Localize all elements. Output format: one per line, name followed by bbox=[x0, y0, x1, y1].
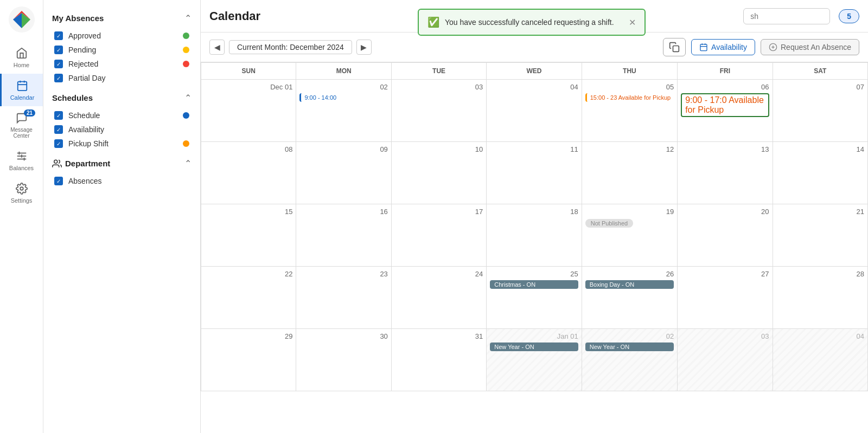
gear-icon bbox=[15, 182, 28, 195]
sidebar-item-pending[interactable]: Pending bbox=[52, 43, 192, 57]
prev-month-button[interactable]: ◀ bbox=[209, 40, 225, 55]
department-chevron[interactable]: ⌃ bbox=[184, 158, 192, 169]
cell-date: 05 bbox=[585, 83, 674, 91]
calendar-cell[interactable]: 19Not Published bbox=[582, 204, 678, 267]
calendar-cell[interactable]: 27 bbox=[678, 267, 773, 329]
calendar-cell[interactable]: 12 bbox=[582, 142, 678, 204]
calendar-right-controls: Availability Request An Absence bbox=[663, 38, 859, 56]
calendar-cell[interactable]: 04 bbox=[487, 80, 582, 142]
calendar-event[interactable]: 9:00 - 14:00 bbox=[299, 93, 387, 102]
nav-label-message-center: MessageCenter bbox=[10, 127, 33, 139]
nav-item-calendar[interactable]: Calendar bbox=[0, 74, 43, 106]
calendar-cell[interactable]: 04 bbox=[773, 329, 868, 391]
calendar-cell[interactable]: 26Boxing Day - ON bbox=[582, 267, 678, 329]
calendar-cell[interactable]: 31 bbox=[392, 329, 487, 391]
sidebar-item-pickup-shift[interactable]: Pickup Shift bbox=[52, 137, 192, 151]
calendar-cell[interactable]: 03 bbox=[392, 80, 487, 142]
calendar-cell[interactable]: 18 bbox=[487, 204, 582, 267]
cell-date: 09 bbox=[299, 145, 387, 153]
calendar-cell[interactable]: 16 bbox=[296, 204, 391, 267]
calendar-cell[interactable]: 20 bbox=[678, 204, 773, 267]
rejected-dot bbox=[183, 61, 189, 67]
schedules-chevron[interactable]: ⌃ bbox=[184, 93, 192, 103]
nav-item-message-center[interactable]: 21 MessageCenter bbox=[0, 106, 43, 144]
cell-date: 11 bbox=[490, 145, 578, 153]
cell-date: 27 bbox=[681, 270, 769, 278]
success-notification: ✅ You have successfully canceled request… bbox=[418, 9, 646, 36]
request-absence-button[interactable]: Request An Absence bbox=[761, 39, 859, 55]
nav-item-balances[interactable]: Balances bbox=[0, 144, 43, 177]
calendar-event[interactable]: Boxing Day - ON bbox=[585, 280, 674, 289]
nav-item-settings[interactable]: Settings bbox=[0, 177, 43, 209]
cell-date: 25 bbox=[490, 270, 578, 278]
calendar-cell[interactable]: 23 bbox=[296, 267, 391, 329]
pickup-shift-checkbox[interactable] bbox=[54, 139, 63, 148]
search-input[interactable] bbox=[743, 8, 830, 24]
schedule-dot bbox=[183, 112, 189, 119]
calendar-cell[interactable]: 21 bbox=[773, 204, 868, 267]
day-header-mon: MON bbox=[296, 63, 391, 80]
cell-date: 02 bbox=[585, 332, 674, 340]
pending-checkbox[interactable] bbox=[54, 46, 63, 54]
dept-absences-checkbox[interactable] bbox=[54, 177, 63, 185]
next-month-button[interactable]: ▶ bbox=[356, 40, 372, 55]
calendar-cell[interactable]: 17 bbox=[392, 204, 487, 267]
filter-badge[interactable]: 5 bbox=[839, 9, 859, 23]
sidebar-item-availability[interactable]: Availability bbox=[52, 122, 192, 137]
calendar-icon bbox=[16, 79, 29, 92]
calendar-cell[interactable]: 25Christmas - ON bbox=[487, 267, 582, 329]
partial-day-checkbox[interactable] bbox=[54, 74, 63, 82]
calendar-cell[interactable]: 02New Year - ON bbox=[582, 329, 678, 391]
calendar-cell[interactable]: 069:00 - 17:0 Available for Pickup bbox=[678, 80, 773, 142]
availability-button-label: Availability bbox=[711, 43, 747, 51]
calendar-cell[interactable]: Jan 01New Year - ON bbox=[487, 329, 582, 391]
availability-button[interactable]: Availability bbox=[691, 39, 755, 55]
calendar-cell[interactable]: 029:00 - 14:00 bbox=[296, 80, 391, 142]
calendar-cell[interactable]: 11 bbox=[487, 142, 582, 204]
sidebar-item-rejected[interactable]: Rejected bbox=[52, 57, 192, 71]
calendar-cell[interactable]: 28 bbox=[773, 267, 868, 329]
calendar-cell[interactable]: 10 bbox=[392, 142, 487, 204]
calendar-cell[interactable]: 07 bbox=[773, 80, 868, 142]
calendar-cell[interactable]: 15 bbox=[201, 204, 296, 267]
calendar-cell[interactable]: 29 bbox=[201, 329, 296, 391]
calendar-cell[interactable]: 13 bbox=[678, 142, 773, 204]
calendar-cell[interactable]: 22 bbox=[201, 267, 296, 329]
calendar-cell[interactable]: 24 bbox=[392, 267, 487, 329]
current-month-label: Current Month: December 2024 bbox=[229, 40, 352, 54]
calendar-cell[interactable]: 03 bbox=[678, 329, 773, 391]
calendar-event[interactable]: 15:00 - 23 Available for Pickup bbox=[585, 93, 674, 102]
approved-checkbox[interactable] bbox=[54, 31, 63, 40]
calendar-event[interactable]: New Year - ON bbox=[585, 342, 674, 351]
approved-label: Approved bbox=[68, 31, 101, 40]
day-header-tue: TUE bbox=[392, 63, 487, 80]
availability-label: Availability bbox=[68, 125, 104, 134]
availability-checkbox[interactable] bbox=[54, 125, 63, 134]
sidebar-item-dept-absences[interactable]: Absences bbox=[52, 174, 192, 188]
rejected-checkbox[interactable] bbox=[54, 60, 63, 68]
calendar-event[interactable]: Christmas - ON bbox=[490, 280, 578, 289]
svg-point-11 bbox=[20, 187, 23, 190]
calendar-event[interactable]: New Year - ON bbox=[490, 342, 578, 351]
calendar-cell[interactable]: 14 bbox=[773, 142, 868, 204]
close-notification-button[interactable]: ✕ bbox=[629, 17, 636, 28]
day-header-thu: THU bbox=[582, 63, 678, 80]
my-absences-chevron[interactable]: ⌃ bbox=[184, 13, 192, 23]
sidebar-item-schedule[interactable]: Schedule bbox=[52, 108, 192, 122]
copy-button[interactable] bbox=[663, 38, 686, 56]
calendar-cell[interactable]: 09 bbox=[296, 142, 391, 204]
schedule-checkbox[interactable] bbox=[54, 111, 63, 120]
nav-item-home[interactable]: Home bbox=[0, 41, 43, 74]
approved-dot bbox=[183, 33, 189, 39]
calendar-event[interactable]: 9:00 - 17:0 Available for Pickup bbox=[681, 93, 769, 117]
sidebar-item-partial-day[interactable]: Partial Day bbox=[52, 71, 192, 85]
cell-date: 22 bbox=[205, 270, 292, 278]
sidebar: My Absences ⌃ Approved Pending Rejected … bbox=[43, 0, 201, 433]
cell-date: 15 bbox=[205, 208, 292, 216]
calendar-cell[interactable]: 08 bbox=[201, 142, 296, 204]
calendar-cell[interactable]: Dec 01 bbox=[201, 80, 296, 142]
calendar-cell[interactable]: 30 bbox=[296, 329, 391, 391]
cell-date: 29 bbox=[205, 332, 292, 340]
sidebar-item-approved[interactable]: Approved bbox=[52, 29, 192, 43]
calendar-cell[interactable]: 0515:00 - 23 Available for Pickup bbox=[582, 80, 678, 142]
